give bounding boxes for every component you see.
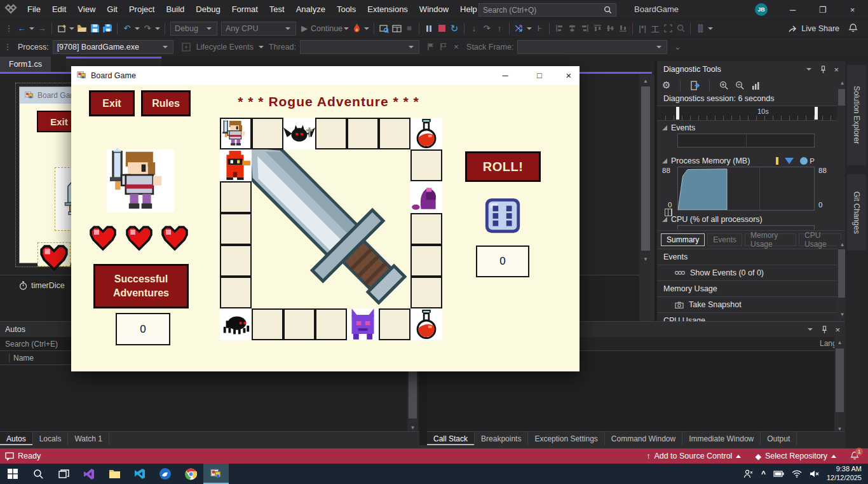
expand-icon[interactable] [661, 22, 674, 36]
lifecycle-events-icon[interactable] [180, 40, 193, 54]
bottom-tab-locals[interactable]: Locals [33, 432, 69, 445]
size-to-grid-icon[interactable]: 工 [649, 22, 661, 36]
add-to-source-control-button[interactable]: ↑ Add to Source Control [646, 452, 741, 460]
continue-label[interactable]: Continue [311, 24, 342, 33]
hidden-icons-chevron[interactable]: ^ [761, 469, 766, 478]
menu-extensions[interactable]: Extensions [362, 0, 414, 19]
close-icon[interactable]: × [834, 65, 839, 74]
people-icon[interactable] [743, 469, 754, 478]
open-folder-icon[interactable] [76, 22, 88, 36]
pin-icon[interactable] [822, 326, 827, 334]
hot-reload-caret[interactable] [364, 27, 369, 30]
toolbar-drag-handle[interactable]: ⋮ [1, 40, 14, 54]
continue-play-icon[interactable]: ▶ [298, 22, 311, 36]
designer-heart-image[interactable] [37, 242, 71, 266]
cancel-filter-icon[interactable]: × [450, 40, 463, 54]
hot-reload-icon[interactable] [350, 22, 363, 36]
scroll-up-icon[interactable]: ▲ [834, 337, 845, 347]
menu-window[interactable]: Window [414, 0, 454, 19]
restart-icon[interactable]: ↻ [448, 22, 461, 36]
zoom-out-icon[interactable] [735, 81, 745, 90]
rail-tab-git-changes[interactable]: Git Changes [847, 174, 866, 251]
step-over-icon[interactable]: ↷ [480, 22, 493, 36]
autos-name-column[interactable]: Name [13, 354, 34, 363]
range-handle-left[interactable] [676, 107, 679, 120]
successful-adventures-button[interactable]: Successful Adventures [93, 264, 189, 308]
game-close-button[interactable]: × [554, 66, 583, 85]
undo-icon[interactable]: ↶ [121, 22, 133, 36]
feedback-bell-icon[interactable] [848, 24, 858, 33]
align-rights-icon[interactable] [578, 22, 591, 36]
menu-view[interactable]: View [72, 0, 101, 19]
bottom-tab-exception-settings[interactable]: Exception Settings [528, 432, 604, 445]
battery-icon[interactable] [773, 471, 784, 477]
bottom-tab-autos[interactable]: Autos [0, 432, 33, 445]
toolbar-overflow-icon[interactable]: ≡ [403, 22, 416, 36]
exit-button[interactable]: Exit [89, 90, 135, 116]
timer-component[interactable]: timerDice [19, 281, 65, 290]
file-explorer-icon[interactable] [102, 464, 127, 484]
align-centers-icon[interactable] [566, 22, 578, 36]
thread-dropdown[interactable] [300, 40, 419, 54]
break-all-icon[interactable] [423, 22, 435, 36]
align-middles-icon[interactable] [604, 22, 616, 36]
threads-caret[interactable] [527, 27, 532, 30]
panel-menu-caret[interactable] [808, 328, 813, 331]
events-section-header[interactable]: Events [657, 121, 845, 134]
flag-icon[interactable] [424, 40, 437, 54]
step-into-icon[interactable]: ↓ [468, 22, 480, 36]
find-in-code-icon[interactable] [377, 22, 390, 36]
align-tops-icon[interactable] [591, 22, 604, 36]
roll-button[interactable]: ROLL! [465, 151, 541, 182]
spacing-icon[interactable]: ⫿⫿ [694, 22, 707, 36]
zoom-icon[interactable] [674, 22, 687, 36]
flag-outline-icon[interactable] [437, 40, 450, 54]
pin-thread-icon[interactable]: ⊦ [533, 22, 546, 36]
wifi-icon[interactable] [792, 470, 802, 478]
same-size-icon[interactable]: |*| [636, 22, 649, 36]
chrome-icon[interactable] [178, 464, 203, 484]
show-events-link[interactable]: Show Events (0 of 0) [657, 265, 845, 281]
toolbar-options-caret[interactable]: ⌄ [671, 40, 684, 54]
navigate-back-icon[interactable]: ← [15, 22, 28, 36]
redo-icon[interactable]: ↷ [141, 22, 154, 36]
menu-tools[interactable]: Tools [331, 0, 362, 19]
bottom-tab-watch-1[interactable]: Watch 1 [68, 432, 109, 445]
process-dropdown[interactable]: [9708] BoardGame.exe [53, 40, 173, 54]
settings-gear-icon[interactable]: ⚙ [662, 80, 670, 91]
take-snapshot-link[interactable]: Take Snapshot [657, 297, 845, 313]
step-out-icon[interactable]: ↑ [493, 22, 506, 36]
window-layout-icon[interactable] [390, 22, 403, 36]
bottom-tab-call-stack[interactable]: Call Stack [427, 432, 475, 445]
menu-format[interactable]: Format [226, 0, 264, 19]
save-icon[interactable] [88, 22, 101, 36]
lifecycle-caret[interactable] [259, 46, 264, 48]
taskbar-clock[interactable]: 9:38 AM 12/12/2025 [827, 465, 862, 483]
live-share-button[interactable]: Live Share [788, 24, 839, 33]
align-bottoms-icon[interactable] [616, 22, 629, 36]
undo-caret[interactable] [135, 27, 140, 30]
new-project-icon[interactable] [55, 22, 68, 36]
solution-config-dropdown[interactable]: Debug [170, 22, 217, 36]
reset-view-chart-icon[interactable] [751, 81, 761, 90]
timeline-ruler[interactable]: 10s [657, 106, 845, 121]
rules-button[interactable]: Rules [141, 90, 191, 116]
visual-studio-taskbar-icon[interactable] [76, 464, 102, 484]
new-project-caret[interactable] [69, 27, 74, 30]
volume-muted-icon[interactable] [810, 470, 819, 478]
select-repository-button[interactable]: ◆ Select Repository [755, 452, 836, 461]
task-view-icon[interactable] [51, 464, 76, 484]
menu-file[interactable]: File [22, 0, 46, 19]
boardgame-taskbar-icon[interactable] [203, 464, 229, 484]
designer-scrollbar[interactable]: ▲ ▼ [639, 74, 652, 264]
scroll-up-icon[interactable]: ▲ [639, 76, 652, 86]
menu-edit[interactable]: Edit [46, 0, 72, 19]
vs-minimize-button[interactable]: ─ [778, 0, 807, 19]
menu-project[interactable]: Project [123, 0, 160, 19]
game-maximize-button[interactable]: □ [525, 66, 554, 85]
menu-analyze[interactable]: Analyze [290, 0, 331, 19]
navigate-back-caret[interactable] [29, 27, 34, 30]
tab-form1-cs[interactable]: Form1.cs [0, 57, 51, 73]
rail-tab-solution-explorer[interactable]: Solution Explorer [847, 65, 866, 165]
avatar[interactable]: JB [755, 3, 768, 16]
